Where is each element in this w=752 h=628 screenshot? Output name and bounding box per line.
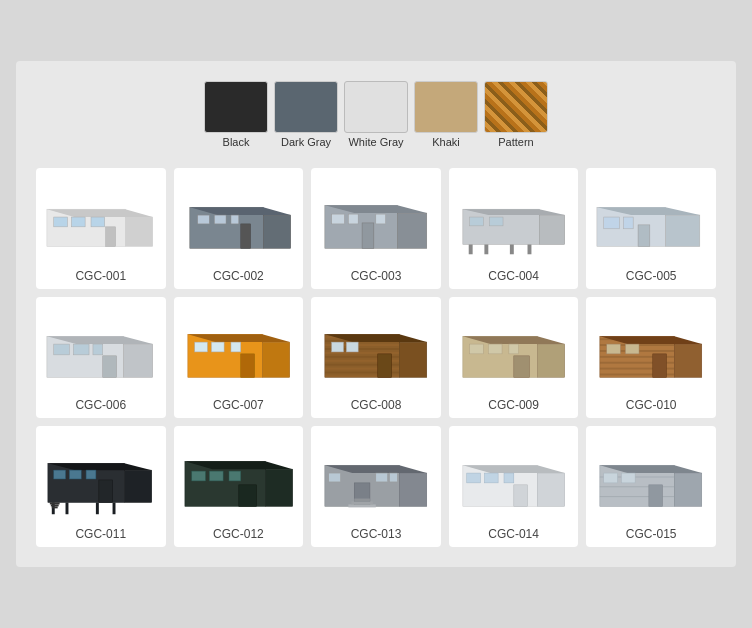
svg-rect-78 <box>66 502 69 514</box>
svg-rect-47 <box>211 342 224 352</box>
swatch-label-black: Black <box>223 136 250 149</box>
product-image-cgc005 <box>592 174 710 264</box>
swatch-label-khaki: Khaki <box>432 136 460 149</box>
svg-rect-3 <box>54 217 68 227</box>
svg-rect-92 <box>209 471 223 481</box>
svg-rect-83 <box>52 506 58 508</box>
svg-rect-49 <box>240 353 254 377</box>
product-card-cgc007[interactable]: CGC-007 <box>174 297 304 418</box>
svg-rect-86 <box>86 470 96 479</box>
svg-rect-8 <box>263 215 290 248</box>
product-image-cgc011 <box>42 432 160 522</box>
svg-rect-13 <box>240 223 250 247</box>
product-label-cgc006: CGC-006 <box>75 398 126 412</box>
svg-rect-22 <box>539 215 564 244</box>
product-image-cgc009 <box>455 303 573 393</box>
svg-rect-25 <box>484 244 488 254</box>
swatch-color-black <box>204 81 268 133</box>
product-card-cgc013[interactable]: CGC-013 <box>311 426 441 547</box>
swatch-label-pattern: Pattern <box>498 136 533 149</box>
swatch-label-darkgray: Dark Gray <box>281 136 331 149</box>
product-image-cgc008 <box>317 303 435 393</box>
svg-rect-44 <box>262 342 289 377</box>
svg-rect-119 <box>622 473 636 483</box>
product-card-cgc005[interactable]: CGC-005 <box>586 168 716 289</box>
svg-rect-69 <box>675 344 702 377</box>
product-image-cgc012 <box>180 432 298 522</box>
svg-rect-34 <box>624 217 634 229</box>
svg-rect-100 <box>351 501 373 504</box>
svg-rect-63 <box>488 344 502 354</box>
svg-rect-19 <box>362 223 374 248</box>
product-card-cgc008[interactable]: CGC-008 <box>311 297 441 418</box>
product-card-cgc002[interactable]: CGC-002 <box>174 168 304 289</box>
main-container: Black Dark Gray White Gray Khaki Pattern <box>16 61 736 566</box>
swatch-color-darkgray <box>274 81 338 133</box>
svg-rect-104 <box>390 473 398 482</box>
product-card-cgc009[interactable]: CGC-009 <box>449 297 579 418</box>
svg-rect-24 <box>469 244 473 254</box>
svg-rect-72 <box>626 344 640 354</box>
svg-rect-73 <box>653 353 667 377</box>
svg-rect-81 <box>50 502 60 504</box>
swatch-whitegray[interactable]: White Gray <box>344 81 408 149</box>
swatch-pattern[interactable]: Pattern <box>484 81 548 149</box>
svg-rect-108 <box>467 473 481 483</box>
product-card-cgc010[interactable]: CGC-010 <box>586 297 716 418</box>
product-label-cgc001: CGC-001 <box>75 269 126 283</box>
product-card-cgc003[interactable]: CGC-003 <box>311 168 441 289</box>
svg-rect-102 <box>329 473 341 482</box>
product-card-cgc012[interactable]: CGC-012 <box>174 426 304 547</box>
svg-rect-87 <box>99 480 113 503</box>
svg-rect-12 <box>231 215 239 224</box>
color-swatches-row: Black Dark Gray White Gray Khaki Pattern <box>36 81 716 149</box>
svg-rect-82 <box>51 504 59 506</box>
svg-rect-113 <box>675 473 702 506</box>
svg-rect-65 <box>514 355 530 377</box>
product-image-cgc006 <box>42 303 160 393</box>
svg-rect-46 <box>194 342 207 352</box>
product-label-cgc008: CGC-008 <box>351 398 402 412</box>
svg-rect-15 <box>398 213 427 248</box>
product-card-cgc015[interactable]: CGC-015 <box>586 426 716 547</box>
product-card-cgc006[interactable]: CGC-006 <box>36 297 166 418</box>
svg-rect-42 <box>103 355 117 377</box>
svg-rect-26 <box>510 244 514 254</box>
product-label-cgc013: CGC-013 <box>351 527 402 541</box>
svg-rect-96 <box>400 473 427 506</box>
svg-rect-40 <box>73 344 89 355</box>
svg-rect-54 <box>400 342 427 377</box>
svg-rect-84 <box>54 470 66 479</box>
product-label-cgc011: CGC-011 <box>75 527 126 541</box>
product-card-cgc011[interactable]: CGC-011 <box>36 426 166 547</box>
svg-rect-37 <box>123 344 152 377</box>
swatch-darkgray[interactable]: Dark Gray <box>274 81 338 149</box>
product-image-cgc007 <box>180 303 298 393</box>
svg-rect-56 <box>332 342 344 352</box>
svg-rect-27 <box>527 244 531 254</box>
svg-rect-41 <box>93 344 103 355</box>
product-image-cgc002 <box>180 174 298 264</box>
product-card-cgc004[interactable]: CGC-004 <box>449 168 579 289</box>
svg-rect-57 <box>347 342 359 352</box>
svg-rect-75 <box>124 470 151 502</box>
product-card-cgc014[interactable]: CGC-014 <box>449 426 579 547</box>
svg-rect-39 <box>54 344 70 355</box>
swatch-color-khaki <box>414 81 478 133</box>
swatch-khaki[interactable]: Khaki <box>414 81 478 149</box>
svg-rect-62 <box>469 344 483 354</box>
svg-rect-91 <box>191 471 205 481</box>
product-label-cgc012: CGC-012 <box>213 527 264 541</box>
svg-rect-11 <box>214 215 226 224</box>
product-image-cgc010 <box>592 303 710 393</box>
product-label-cgc009: CGC-009 <box>488 398 539 412</box>
swatch-black[interactable]: Black <box>204 81 268 149</box>
svg-rect-85 <box>69 470 81 479</box>
product-card-cgc001[interactable]: CGC-001 <box>36 168 166 289</box>
svg-rect-101 <box>354 498 370 501</box>
product-image-cgc015 <box>592 432 710 522</box>
svg-rect-94 <box>238 484 256 506</box>
svg-rect-5 <box>91 217 105 227</box>
product-grid: CGC-001 CGC-002 <box>36 168 716 547</box>
product-image-cgc003 <box>317 174 435 264</box>
